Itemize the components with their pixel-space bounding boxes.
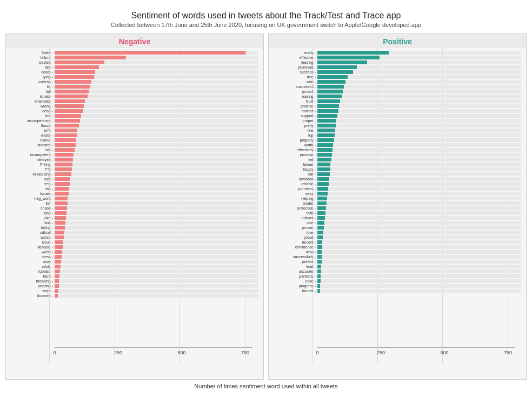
bar-label: successful - bbox=[274, 85, 317, 89]
bar-label: reliable - bbox=[274, 182, 317, 186]
bar-row: perfectly - bbox=[274, 274, 521, 279]
bar-label: perfectly - bbox=[274, 274, 317, 278]
bar-row: free - bbox=[274, 75, 521, 79]
bar-track bbox=[55, 95, 258, 98]
bar-row: effective - bbox=[274, 55, 521, 60]
bar-row: mess - bbox=[11, 254, 258, 259]
bar-label: brilliant - bbox=[274, 216, 317, 220]
bar-label: favour - bbox=[274, 163, 317, 166]
bar-track bbox=[317, 279, 521, 283]
bar-fill bbox=[317, 158, 331, 161]
bar-row: nice - bbox=[274, 220, 521, 225]
bar-row: accurate - bbox=[274, 269, 521, 274]
bar-row: positive - bbox=[274, 104, 521, 109]
bar-label: waste - bbox=[11, 133, 55, 137]
bar-track bbox=[317, 216, 521, 220]
bar-track bbox=[55, 143, 258, 147]
bar-track bbox=[55, 240, 258, 244]
bar-label: proven - bbox=[274, 226, 317, 230]
bar-label: hard - bbox=[11, 274, 55, 278]
bar-fill bbox=[317, 265, 321, 268]
bar-label: worse - bbox=[11, 235, 55, 239]
bar-row: joke - bbox=[11, 215, 258, 220]
bar-fill bbox=[317, 143, 333, 147]
bar-row: isolate - bbox=[11, 94, 258, 99]
bar-row: slow - bbox=[11, 259, 258, 264]
bar-fill bbox=[55, 274, 59, 278]
bar-track bbox=[317, 187, 521, 191]
bar-fill bbox=[317, 187, 328, 191]
bar-fill bbox=[317, 172, 330, 176]
bar-track bbox=[317, 153, 521, 157]
bar-label: protection - bbox=[274, 206, 317, 210]
bar-fill bbox=[317, 124, 336, 127]
bar-row: failed - bbox=[11, 50, 258, 55]
bar-row: effectively - bbox=[274, 147, 521, 152]
bar-track bbox=[317, 172, 521, 176]
bar-fill bbox=[55, 269, 60, 273]
bar-label: confidence - bbox=[274, 245, 317, 249]
bar-fill bbox=[55, 197, 68, 200]
bar-fill bbox=[317, 95, 342, 98]
bar-label: mess - bbox=[11, 255, 55, 259]
x-tick-label: 750 bbox=[241, 350, 249, 355]
bar-row: f**k - bbox=[11, 167, 258, 172]
bar-track bbox=[317, 231, 521, 234]
bar-label: fail - bbox=[11, 90, 55, 93]
bar-track bbox=[55, 187, 258, 191]
bar-label: lies - bbox=[11, 65, 55, 69]
bar-track bbox=[55, 99, 258, 103]
bar-row: failing - bbox=[11, 225, 258, 230]
bar-fill bbox=[55, 235, 64, 239]
bar-row: inept - bbox=[11, 288, 258, 293]
bar-row: crisis - bbox=[11, 264, 258, 269]
bar-fill bbox=[55, 177, 70, 181]
bar-fill bbox=[317, 167, 330, 171]
bar-fill bbox=[55, 80, 91, 84]
bar-label: effective - bbox=[274, 56, 317, 59]
bar-label: neg_work - bbox=[11, 197, 55, 200]
bar-label: properly - bbox=[274, 138, 317, 142]
bar-track bbox=[317, 158, 521, 161]
bar-track bbox=[55, 265, 258, 268]
bar-row: wasting - bbox=[11, 284, 258, 288]
bar-row: incompetence - bbox=[11, 118, 258, 123]
bar-track bbox=[55, 109, 258, 113]
bar-fill bbox=[317, 138, 334, 142]
bar-track bbox=[317, 269, 521, 273]
bar-row: shambles - bbox=[11, 99, 258, 104]
bar-label: trust - bbox=[274, 99, 317, 103]
bar-track bbox=[55, 216, 258, 220]
x-tick-label: 500 bbox=[440, 350, 448, 355]
bar-label: love - bbox=[274, 231, 317, 234]
bar-fill bbox=[317, 119, 336, 123]
bar-label: f**king - bbox=[11, 163, 55, 166]
bar-row: helping - bbox=[274, 196, 521, 201]
bar-fill bbox=[55, 95, 88, 98]
bar-row: worth - bbox=[274, 143, 521, 147]
bar-track bbox=[55, 75, 258, 79]
bar-row: successful - bbox=[274, 84, 521, 89]
bar-row: reliable - bbox=[274, 181, 521, 186]
bar-track bbox=[317, 226, 521, 230]
bar-track bbox=[55, 56, 258, 59]
bar-label: rubbish - bbox=[11, 269, 55, 273]
bar-label: lack - bbox=[11, 177, 55, 181]
positive-header: Positive bbox=[269, 34, 526, 48]
bar-label: incompetent - bbox=[11, 153, 55, 157]
bar-track bbox=[55, 245, 258, 249]
bar-label: faith - bbox=[274, 211, 317, 215]
bar-fill bbox=[55, 85, 90, 89]
bar-label: fault - bbox=[11, 221, 55, 225]
bar-label: dead - bbox=[11, 109, 55, 113]
bar-label: effectively - bbox=[274, 148, 317, 152]
bar-row: perfect - bbox=[274, 259, 521, 264]
panels: Negative failed -failure -wasted -lies -… bbox=[5, 33, 527, 380]
bar-row: wow - bbox=[274, 250, 521, 254]
bar-label: protect - bbox=[274, 90, 317, 93]
bar-track bbox=[55, 255, 258, 259]
bar-track bbox=[55, 80, 258, 84]
bar-fill bbox=[55, 206, 67, 210]
bar-fill bbox=[55, 124, 79, 127]
bar-row: awarded - bbox=[274, 177, 521, 181]
